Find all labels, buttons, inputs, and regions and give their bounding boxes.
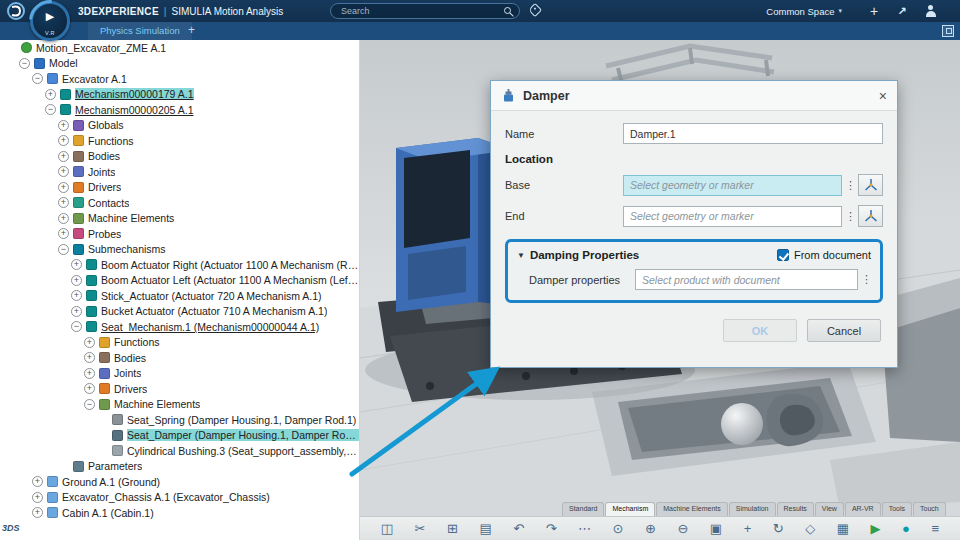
from-document-checkbox[interactable]: From document (777, 249, 871, 261)
collab-space-selector[interactable]: Common Space ▾ (766, 0, 842, 22)
paste-icon[interactable]: ▤ (479, 518, 491, 540)
tree-item-label[interactable]: Boom Actuator Left (Actuator 1100 A Mech… (101, 274, 359, 286)
undo-icon[interactable]: ↶ (513, 518, 524, 540)
tree-item[interactable]: Seat_Spring (Damper Housing.1, Damper Ro… (0, 412, 359, 428)
tree-item-label[interactable]: Functions (88, 135, 134, 147)
tree-item[interactable]: −Mechanism00000205 A.1 (0, 102, 359, 118)
tree-item[interactable]: +Globals (0, 118, 359, 134)
tree-item-label[interactable]: Mechanism00000205 A.1 (75, 104, 194, 116)
tree-item-label[interactable]: Joints (88, 166, 115, 178)
search-input[interactable] (331, 4, 519, 18)
tree-expander-plus-icon[interactable]: + (58, 182, 69, 193)
tree-item-label[interactable]: Boom Actuator Right (Actuator 1100 A Mec… (101, 259, 359, 271)
tree-expander-minus-icon[interactable]: − (19, 58, 30, 69)
settings-icon[interactable]: ≡ (931, 518, 939, 540)
tree-expander-plus-icon[interactable]: + (84, 352, 95, 363)
tree-item[interactable]: +Drivers (0, 180, 359, 196)
tree-item[interactable]: +Cabin A.1 (Cabin.1) (0, 505, 359, 521)
tree-expander-plus-icon[interactable]: + (58, 197, 69, 208)
workbench-tab-touch[interactable]: Touch (913, 502, 946, 516)
dialog-titlebar[interactable]: Damper × (491, 81, 897, 111)
cut-icon[interactable]: ✂ (415, 518, 426, 540)
tree-item-label[interactable]: Bodies (88, 150, 120, 162)
tree-item[interactable]: +Stick_Actuator (Actuator 720 A Mechanis… (0, 288, 359, 304)
share-icon[interactable]: ↗ (894, 0, 910, 22)
tree-item[interactable]: +Boom Actuator Left (Actuator 1100 A Mec… (0, 273, 359, 289)
tree-item-label[interactable]: Bucket Actuator (Actuator 710 A Mechanis… (101, 305, 327, 317)
tree-expander-plus-icon[interactable]: + (71, 275, 82, 286)
tree-item[interactable]: +Functions (0, 335, 359, 351)
add-content-icon[interactable]: + (866, 0, 882, 22)
cancel-button[interactable]: Cancel (807, 319, 881, 342)
copy-icon[interactable]: ⊞ (447, 518, 458, 540)
tree-expander-plus-icon[interactable]: + (58, 151, 69, 162)
tree-item[interactable]: +Bodies (0, 350, 359, 366)
tree-item[interactable]: −Excavator A.1 (0, 71, 359, 87)
close-icon[interactable]: × (879, 89, 887, 103)
workbench-tab-mechanism[interactable]: Mechanism (605, 502, 655, 516)
tree-item-label[interactable]: Functions (114, 336, 160, 348)
tree-expander-plus-icon[interactable]: + (58, 166, 69, 177)
search-icon[interactable]: ⊙ (613, 518, 624, 540)
tree-item[interactable]: +Machine Elements (0, 211, 359, 227)
tree-item-label[interactable]: Motion_Excavator_ZME A.1 (36, 42, 166, 54)
tree-item[interactable]: +Contacts (0, 195, 359, 211)
tree-expander-plus-icon[interactable]: + (71, 259, 82, 270)
tree-item[interactable]: +Mechanism00000179 A.1 (0, 87, 359, 103)
tree-item-label[interactable]: Ground A.1 (Ground) (62, 476, 160, 488)
zoom-out-icon[interactable]: ⊖ (677, 518, 688, 540)
tree-item-label[interactable]: Seat_Mechanism.1 (Mechanism00000044 A.1) (101, 321, 319, 333)
tree-item-label[interactable]: Contacts (88, 197, 129, 209)
user-group-icon[interactable] (922, 0, 940, 22)
tree-item[interactable]: +Drivers (0, 381, 359, 397)
tree-item[interactable]: Seat_Damper (Damper Housing.1, Damper Ro… (0, 428, 359, 444)
zoom-in-icon[interactable]: ⊕ (645, 518, 656, 540)
tree-item-label[interactable]: Excavator A.1 (62, 73, 127, 85)
tree-item-label[interactable]: Excavator_Chassis A.1 (Excavator_Chassis… (62, 491, 270, 503)
3d-compass[interactable]: ▶ V.R (30, 1, 70, 41)
tree-item[interactable]: +Bucket Actuator (Actuator 710 A Mechani… (0, 304, 359, 320)
tree-item[interactable]: −Seat_Mechanism.1 (Mechanism00000044 A.1… (0, 319, 359, 335)
iso-view-icon[interactable]: ◇ (805, 518, 815, 540)
name-input[interactable] (623, 123, 883, 144)
collapse-caret-icon[interactable]: ▼ (517, 251, 525, 260)
tree-item[interactable]: Motion_Excavator_ZME A.1 (0, 40, 359, 56)
tree-expander-minus-icon[interactable]: − (84, 399, 95, 410)
tree-item[interactable]: +Boom Actuator Right (Actuator 1100 A Me… (0, 257, 359, 273)
tree-expander-minus-icon[interactable]: − (32, 73, 43, 84)
redo-icon[interactable]: ↷ (546, 518, 557, 540)
tag-icon[interactable] (528, 3, 542, 17)
tab-physics-simulation[interactable]: Physics Simulation (88, 22, 192, 40)
tree-item-label[interactable]: Model (49, 57, 78, 69)
tree-expander-plus-icon[interactable]: + (58, 120, 69, 131)
tree-item[interactable]: +Probes (0, 226, 359, 242)
tree-item-label[interactable]: Drivers (88, 181, 121, 193)
tree-item-label[interactable]: Machine Elements (114, 398, 200, 410)
tree-expander-plus-icon[interactable]: + (84, 383, 95, 394)
tree-expander-plus-icon[interactable]: + (32, 476, 43, 487)
tree-expander-plus-icon[interactable]: + (58, 213, 69, 224)
workbench-tab-simulation[interactable]: Simulation (729, 502, 776, 516)
tree-item-label[interactable]: Mechanism00000179 A.1 (75, 88, 194, 100)
tree-item-label[interactable]: Drivers (114, 383, 147, 395)
base-input[interactable] (623, 175, 842, 196)
add-tab-button[interactable]: + (188, 22, 195, 40)
tree-item-label[interactable]: Machine Elements (88, 212, 174, 224)
tree-item[interactable]: +Functions (0, 133, 359, 149)
tree-item-label[interactable]: Joints (114, 367, 141, 379)
end-marker-button[interactable] (858, 205, 883, 227)
tree-expander-plus-icon[interactable]: + (84, 337, 95, 348)
tree-item[interactable]: +Joints (0, 366, 359, 382)
mechanism-check-icon[interactable]: ● (902, 518, 910, 540)
tree-item-label[interactable]: Globals (88, 119, 124, 131)
tree-expander-plus-icon[interactable]: + (71, 290, 82, 301)
workbench-tab-view[interactable]: View (815, 502, 844, 516)
tree-item[interactable]: +Joints (0, 164, 359, 180)
base-options-icon[interactable]: ⋮ (845, 179, 855, 192)
tree-item-label[interactable]: Cabin A.1 (Cabin.1) (62, 507, 154, 519)
tree-item[interactable]: Parameters (0, 459, 359, 475)
tree-expander-plus-icon[interactable]: + (71, 306, 82, 317)
tree-item-label[interactable]: Probes (88, 228, 121, 240)
tree-expander-plus-icon[interactable]: + (84, 368, 95, 379)
base-marker-button[interactable] (858, 174, 883, 196)
